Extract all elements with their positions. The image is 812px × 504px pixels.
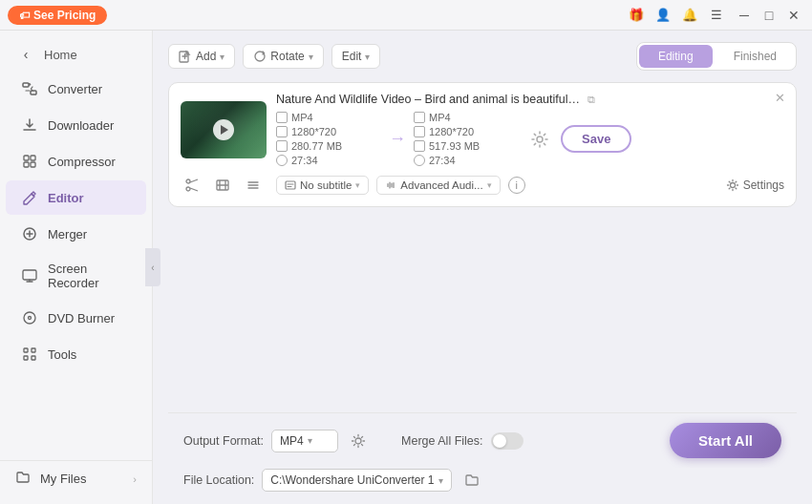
close-button[interactable]: ✕ (783, 5, 804, 26)
edit-dropdown-button[interactable]: Edit ▾ (331, 44, 381, 69)
external-link-icon[interactable]: ⧉ (588, 94, 595, 106)
add-arrow-icon: ▾ (220, 52, 224, 62)
svg-point-17 (186, 187, 190, 191)
sidebar-item-tools[interactable]: Tools (6, 337, 146, 371)
save-button[interactable]: Save (561, 125, 631, 153)
output-format-row: MP4 (414, 112, 519, 123)
audio-label: Advanced Audi... (400, 179, 482, 191)
output-format-gear[interactable] (346, 429, 371, 453)
dvd-burner-label: DVD Burner (48, 311, 115, 326)
downloader-label: Downloader (48, 118, 114, 133)
output-resolution-row: 1280*720 (414, 126, 519, 137)
audio-arrow: ▾ (487, 180, 492, 190)
card-actions: Save (526, 125, 631, 153)
browse-folder-button[interactable] (459, 468, 484, 493)
svg-point-21 (355, 438, 361, 444)
output-format-arrow: ▾ (308, 435, 312, 446)
tab-group: Editing Finished (636, 42, 797, 71)
merge-toggle-switch[interactable] (491, 432, 524, 450)
compressor-label: Compressor (48, 155, 116, 169)
toolbar: Add ▾ Rotate ▾ Edit ▾ Editing Finished (168, 42, 797, 71)
cut-icon[interactable] (181, 174, 203, 197)
tools-icon (21, 346, 38, 363)
clip-icon[interactable] (211, 174, 234, 197)
sidebar-item-home[interactable]: ‹ Home (6, 39, 146, 70)
sidebar-item-downloader[interactable]: Downloader (6, 108, 146, 142)
start-all-button[interactable]: Start All (670, 423, 781, 458)
file-location-select[interactable]: C:\Wondershare UniConverter 1 ▾ (262, 469, 451, 492)
sidebar-item-my-files[interactable]: My Files › (0, 460, 152, 496)
info-icon[interactable]: i (508, 177, 525, 194)
subtitle-select[interactable]: No subtitle ▾ (276, 176, 369, 195)
svg-rect-0 (23, 83, 29, 87)
svg-point-20 (730, 183, 735, 188)
my-files-label: My Files (40, 472, 86, 486)
sidebar-item-screen-recorder[interactable]: Screen Recorder (6, 253, 146, 299)
sidebar-item-editor[interactable]: Editor (6, 180, 146, 215)
rotate-button[interactable]: Rotate ▾ (243, 44, 323, 69)
maximize-button[interactable]: □ (759, 5, 780, 26)
sidebar-home-label: Home (44, 48, 77, 62)
sidebar-item-compressor[interactable]: Compressor (6, 144, 146, 178)
source-meta: MP4 1280*720 280.77 MB (276, 112, 381, 166)
card-bottom-toolbar: No subtitle ▾ Advanced Audi... ▾ i Setti… (181, 174, 784, 197)
output-size: 517.93 MB (429, 140, 480, 152)
output-format-value: MP4 (280, 434, 304, 448)
video-title: Nature And Wildlife Video – Bird and ani… (276, 93, 582, 106)
video-thumbnail[interactable] (181, 101, 267, 158)
editor-icon (21, 189, 38, 206)
subtitle-icon (285, 179, 296, 191)
add-icon (179, 50, 192, 63)
svg-point-9 (29, 317, 32, 320)
user-icon[interactable]: 👤 (653, 6, 673, 25)
editor-label: Editor (48, 191, 84, 205)
svg-rect-11 (32, 348, 35, 352)
card-close-button[interactable]: ✕ (771, 89, 788, 106)
tab-finished[interactable]: Finished (715, 43, 796, 70)
minimize-button[interactable]: ─ (734, 5, 755, 26)
audio-select[interactable]: Advanced Audi... ▾ (376, 176, 500, 195)
output-resolution: 1280*720 (429, 126, 474, 137)
list-icon[interactable] (242, 174, 265, 197)
sidebar-item-converter[interactable]: Converter (6, 72, 146, 106)
output-format-field: Output Format: MP4 ▾ (183, 429, 371, 453)
svg-rect-7 (23, 270, 36, 280)
output-resolution-icon (414, 126, 425, 137)
duration-icon (276, 155, 288, 166)
tag-icon: 🏷 (19, 10, 30, 21)
svg-point-15 (537, 136, 543, 142)
see-pricing-button[interactable]: 🏷 See Pricing (8, 6, 107, 25)
output-format-select[interactable]: MP4 ▾ (271, 430, 338, 452)
svg-rect-12 (24, 356, 28, 360)
menu-icon[interactable]: ☰ (707, 6, 726, 25)
dvd-burner-icon (21, 309, 38, 326)
gift-icon[interactable]: 🎁 (627, 6, 646, 25)
output-size-row: 517.93 MB (414, 140, 519, 152)
my-files-icon (15, 470, 31, 488)
sidebar-item-merger[interactable]: Merger (6, 217, 146, 251)
play-button[interactable] (213, 119, 234, 140)
source-resolution-row: 1280*720 (276, 126, 381, 137)
title-icon-group: 🎁 👤 🔔 ☰ (627, 6, 726, 25)
add-file-button[interactable]: Add ▾ (168, 44, 235, 69)
svg-rect-1 (31, 91, 36, 94)
svg-rect-2 (24, 156, 29, 160)
merge-files-label: Merge All Files: (401, 434, 482, 448)
file-location-arrow: ▾ (438, 475, 443, 486)
collapse-sidebar-button[interactable]: ‹ (145, 248, 160, 286)
bell-icon[interactable]: 🔔 (680, 6, 699, 25)
settings-button[interactable]: Settings (726, 178, 784, 192)
svg-rect-4 (24, 162, 29, 167)
format-icon (276, 112, 288, 123)
titlebar: 🏷 See Pricing 🎁 👤 🔔 ☰ ─ □ ✕ (0, 0, 812, 31)
sidebar-item-dvd-burner[interactable]: DVD Burner (6, 301, 146, 335)
screen-recorder-label: Screen Recorder (48, 262, 131, 290)
card-settings-gear[interactable] (526, 126, 553, 153)
tab-editing[interactable]: Editing (639, 45, 713, 68)
svg-rect-5 (31, 162, 35, 167)
settings-label: Settings (743, 178, 784, 192)
edit-arrow-icon: ▾ (365, 52, 370, 62)
rotate-btn-label: Rotate (270, 50, 304, 63)
source-format-row: MP4 (276, 112, 381, 123)
svg-rect-13 (32, 356, 35, 360)
